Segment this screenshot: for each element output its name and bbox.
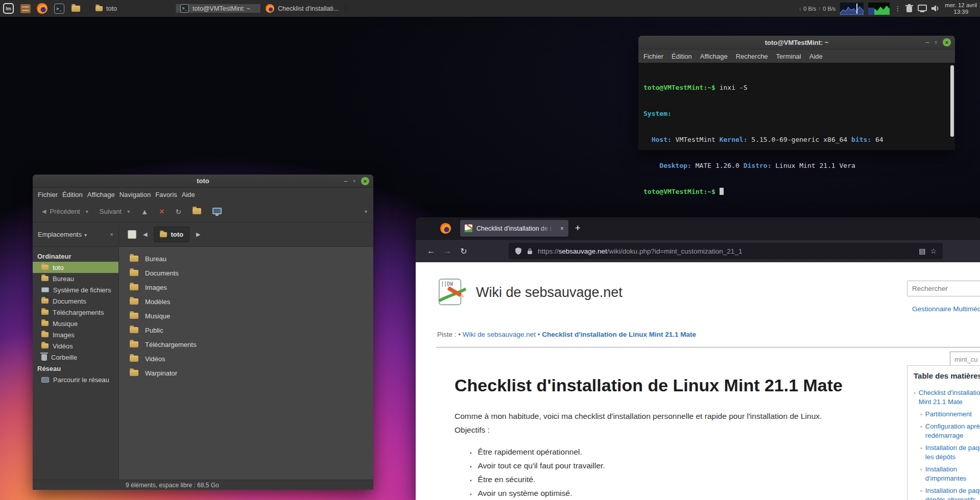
minimize-button[interactable]: –	[925, 38, 929, 46]
sidebar-item-systeme[interactable]: Système de fichiers	[33, 284, 118, 295]
path-scroll-right-icon[interactable]: ▶	[196, 231, 200, 238]
mint-menu-button[interactable]: lm	[0, 3, 17, 14]
sidebar-item-documents[interactable]: Documents	[33, 295, 118, 307]
trash-icon	[905, 4, 913, 13]
sidebar-item-toto[interactable]: toto	[33, 262, 118, 273]
file-cabinet-launcher[interactable]	[17, 4, 34, 13]
back-button[interactable]: ◀ Précédent ▾	[39, 205, 91, 218]
reload-button[interactable]: ↻	[172, 208, 184, 216]
close-button[interactable]: ×	[943, 38, 951, 46]
toc-link-partitionnement[interactable]: •Partitionnement	[920, 410, 980, 419]
path-scroll-left-icon[interactable]: ◀	[143, 231, 147, 238]
sidebar-item-telechargements[interactable]: Téléchargements	[33, 307, 118, 318]
overflow-dots-icon[interactable]: ⋮	[894, 5, 901, 12]
taskbar-item-browser[interactable]: Checklist d'installati...	[261, 4, 346, 13]
file-row-videos[interactable]: Vidéos	[119, 352, 373, 366]
file-row-public[interactable]: Public	[119, 323, 373, 337]
shield-icon[interactable]	[515, 247, 522, 255]
sidebar-item-videos[interactable]: Vidéos	[33, 340, 118, 352]
header-link[interactable]: Gestionnaire Multimédia	[912, 305, 980, 313]
display-applet[interactable]	[918, 5, 927, 13]
minimize-button[interactable]: –	[344, 177, 347, 185]
terminal-output[interactable]: toto@VMTestMint:~$ inxi -S System: Host:…	[638, 63, 955, 150]
firefox-view-button[interactable]	[439, 223, 451, 234]
lock-icon[interactable]	[527, 247, 533, 255]
computer-button[interactable]	[209, 208, 225, 216]
back-icon[interactable]: ←	[423, 246, 439, 256]
menu-affichage[interactable]: Affichage	[87, 191, 115, 198]
file-row-bureau[interactable]: Bureau	[119, 252, 373, 266]
bookmark-star-icon[interactable]: ☆	[930, 247, 937, 255]
close-sidebar-icon[interactable]: ×	[110, 231, 113, 238]
trash-applet[interactable]	[905, 4, 913, 13]
wiki-search-input[interactable]	[907, 281, 980, 296]
cpu-graph-applet[interactable]	[840, 3, 864, 15]
menu-navigation[interactable]: Navigation	[119, 191, 151, 198]
menu-edition[interactable]: Édition	[672, 53, 692, 60]
toc-link-checklist[interactable]: •Checklist d'installation de LinuxMint 2…	[914, 388, 980, 407]
menu-aide[interactable]: Aide	[809, 53, 823, 60]
reader-mode-icon[interactable]: ▤	[919, 247, 925, 255]
reload-icon[interactable]: ↻	[456, 246, 472, 256]
tab-close-icon[interactable]: ×	[560, 225, 564, 232]
network-speed-monitor[interactable]: ↓ 0 B/s ↑ 0 B/s	[799, 6, 835, 12]
file-row-documents[interactable]: Documents	[119, 266, 373, 280]
sidebar-item-images[interactable]: Images	[33, 329, 118, 340]
sidebar-item-bureau[interactable]: Bureau	[33, 273, 118, 284]
taskbar-item-files[interactable]: toto	[90, 5, 176, 12]
firefox-launcher[interactable]	[34, 3, 51, 14]
stop-button[interactable]: ×	[156, 207, 167, 216]
chevron-down-icon[interactable]: ▾	[127, 209, 130, 214]
menu-recherche[interactable]: Recherche	[736, 53, 768, 60]
toc-link-configuration[interactable]: •Configuration aprèsredémarrage	[920, 422, 980, 440]
toc-link-imprimantes[interactable]: •Installationd'imprimantes	[920, 465, 980, 483]
menu-terminal[interactable]: Terminal	[776, 53, 801, 60]
sidebar-item-musique[interactable]: Musique	[33, 318, 118, 329]
taskbar-item-terminal[interactable]: >_ toto@VMTestMint: ~	[176, 4, 261, 13]
maximize-button[interactable]: ▫	[353, 177, 355, 185]
file-manager-window: toto – ▫ × Fichier Édition Affichage Nav…	[33, 174, 373, 490]
places-dropdown[interactable]: Emplacements▾ ×	[33, 222, 119, 246]
chevron-down-icon[interactable]: ▾	[86, 209, 88, 214]
sidebar-item-reseau[interactable]: Parcourir le réseau	[33, 374, 118, 385]
net-graph-applet[interactable]	[868, 3, 890, 15]
maximize-button[interactable]: ▫	[935, 38, 937, 46]
file-manager-titlebar[interactable]: toto – ▫ ×	[33, 174, 373, 188]
menu-affichage[interactable]: Affichage	[700, 53, 728, 60]
file-row-images[interactable]: Images	[119, 280, 373, 294]
edit-location-icon[interactable]	[128, 230, 136, 239]
terminal-launcher[interactable]: >_	[51, 4, 67, 14]
browser-tab[interactable]: Checklist d'installation de Linux Mint 2…	[460, 220, 568, 237]
toc-link-depots-alternatifs[interactable]: •Installation de paquets depuisdépôts al…	[920, 486, 980, 500]
terminal-scrollbar[interactable]	[950, 65, 954, 137]
menu-fichier[interactable]: Fichier	[643, 53, 663, 60]
menu-aide[interactable]: Aide	[182, 191, 195, 198]
breadcrumb-link-wiki[interactable]: Wiki de sebsauvage.net	[463, 331, 536, 338]
intro-line-1: Comme à mon habitude, voici ma checklist…	[455, 409, 822, 423]
file-row-musique[interactable]: Musique	[119, 309, 373, 323]
new-tab-button[interactable]: +	[568, 223, 587, 234]
home-folder-button[interactable]	[189, 208, 204, 216]
terminal-titlebar[interactable]: toto@VMTestMint: ~ – ▫ ×	[638, 36, 955, 49]
folder-launcher[interactable]	[67, 6, 84, 12]
sidebar-item-corbeille[interactable]: Corbeille	[33, 352, 118, 363]
floating-search-input[interactable]	[950, 352, 980, 367]
file-row-warpinator[interactable]: Warpinator	[119, 366, 373, 380]
file-row-modeles[interactable]: Modèles	[119, 294, 373, 309]
file-row-telechargements[interactable]: Téléchargements	[119, 337, 373, 352]
up-button[interactable]: ▲	[138, 208, 151, 216]
close-button[interactable]: ×	[361, 177, 369, 185]
taskbar-label: Checklist d'installati...	[278, 5, 341, 12]
menu-fichier[interactable]: Fichier	[38, 191, 58, 198]
forward-button[interactable]: Suivant ▾	[97, 205, 133, 218]
volume-applet[interactable]	[931, 5, 940, 12]
clock-applet[interactable]: mer. 12 avril 13:39	[945, 2, 977, 15]
forward-icon[interactable]: →	[439, 246, 456, 256]
path-button-toto[interactable]: toto	[154, 227, 189, 242]
menu-edition[interactable]: Édition	[62, 191, 83, 198]
toolbar-overflow-chevron[interactable]: ▾	[365, 209, 367, 214]
menu-favoris[interactable]: Favoris	[155, 191, 177, 198]
url-bar[interactable]: https://sebsauvage.net/wiki/doku.php?id=…	[509, 243, 943, 259]
breadcrumb-link-page[interactable]: Checklist d'installation de Linux Mint 2…	[542, 331, 696, 338]
toc-link-installation-depots[interactable]: •Installation de paquets depuisles dépôt…	[920, 443, 980, 462]
